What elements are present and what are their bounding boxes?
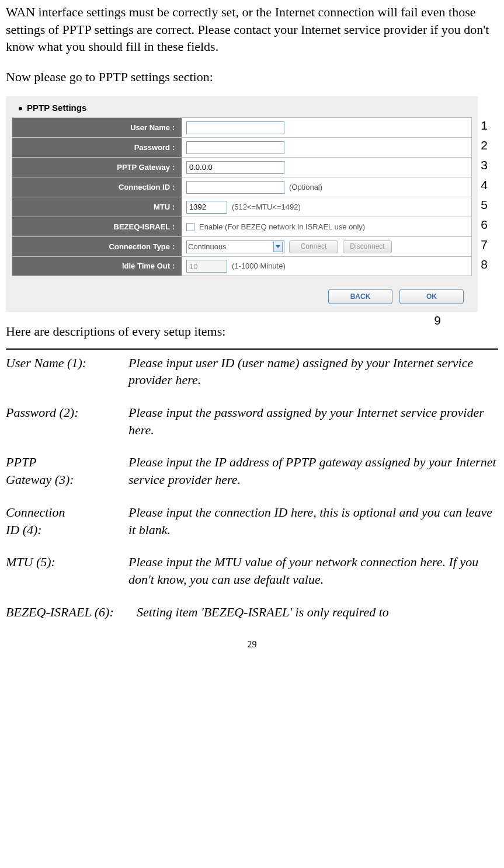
descriptions-lead: Here are descriptions of every setup ite… (6, 323, 498, 340)
label-gateway: PPTP Gateway : (12, 158, 182, 177)
figure-title-text: PPTP Settings (27, 103, 86, 113)
connid-hint: (Optional) (289, 182, 322, 193)
connid-input[interactable] (186, 181, 284, 194)
term-line1: Connection (6, 505, 65, 520)
username-input[interactable] (186, 121, 284, 134)
row-password: Password : (12, 137, 472, 157)
def-desc: Please input the password assigned by yo… (128, 404, 498, 438)
def-desc: Please input user ID (user name) assigne… (128, 354, 498, 389)
term-line2: Gateway (3): (6, 472, 74, 487)
callout-8: 8 (481, 256, 488, 273)
def-term: Password (2): (6, 404, 128, 438)
pptp-settings-figure: PPTP Settings User Name : Password : PPT… (6, 96, 498, 312)
disconnect-button[interactable]: Disconnect (343, 240, 392, 253)
intro-paragraph: WAN interface settings must be correctly… (6, 4, 498, 55)
mtu-input[interactable] (186, 201, 227, 214)
def-connid: Connection ID (4): Please input the conn… (6, 504, 498, 538)
row-connid: Connection ID : (Optional) (12, 177, 472, 197)
label-password: Password : (12, 138, 182, 157)
lead-paragraph: Now please go to PPTP settings section: (6, 68, 498, 86)
button-row: BACK OK (12, 276, 472, 308)
conntype-value: Continuous (188, 242, 227, 252)
row-idle: Idle Time Out : (1-1000 Minute) (12, 256, 472, 276)
back-button[interactable]: BACK (328, 289, 392, 304)
def-password: Password (2): Please input the password … (6, 404, 498, 438)
term-line1: PPTP (6, 455, 37, 469)
def-bezeq: BEZEQ-ISRAEL (6): Setting item 'BEZEQ-IS… (6, 604, 498, 621)
idle-input[interactable] (186, 260, 227, 273)
password-input[interactable] (186, 141, 284, 154)
idle-hint: (1-1000 Minute) (232, 261, 286, 271)
def-desc: Setting item 'BEZEQ-ISRAEL' is only requ… (137, 604, 498, 621)
def-desc: Please input the MTU value of your netwo… (128, 553, 498, 588)
label-bezeq: BEZEQ-ISRAEL : (12, 217, 182, 236)
callout-7: 7 (481, 236, 488, 253)
term-line2: ID (4): (6, 522, 42, 537)
def-term: BEZEQ-ISRAEL (6): (6, 604, 137, 621)
def-term: Connection ID (4): (6, 504, 128, 538)
page-number: 29 (6, 638, 498, 651)
label-username: User Name : (12, 118, 182, 137)
gateway-input[interactable] (186, 161, 284, 174)
row-conntype: Connection Type : Continuous Connect Dis… (12, 236, 472, 256)
chevron-down-icon (273, 242, 283, 252)
callout-3: 3 (481, 157, 488, 173)
divider (6, 348, 498, 350)
callout-1: 1 (481, 117, 488, 134)
def-term: User Name (1): (6, 354, 128, 389)
callout-9: 9 (434, 312, 441, 329)
form-area: User Name : Password : PPTP Gateway : Co… (12, 117, 472, 276)
row-bezeq: BEZEQ-ISRAEL : Enable (For BEZEQ network… (12, 217, 472, 236)
label-idle: Idle Time Out : (12, 257, 182, 276)
label-connid: Connection ID : (12, 177, 182, 197)
def-term: PPTP Gateway (3): (6, 454, 128, 488)
row-username: User Name : (12, 117, 472, 137)
label-mtu: MTU : (12, 197, 182, 217)
def-term: MTU (5): (6, 553, 128, 588)
row-gateway: PPTP Gateway : (12, 157, 472, 177)
figure-title: PPTP Settings (12, 100, 472, 117)
mtu-hint: (512<=MTU<=1492) (232, 202, 301, 212)
def-username: User Name (1): Please input user ID (use… (6, 354, 498, 389)
def-desc: Please input the connection ID here, thi… (128, 504, 498, 538)
label-conntype: Connection Type : (12, 237, 182, 256)
definitions-list: User Name (1): Please input user ID (use… (6, 354, 498, 621)
def-gateway: PPTP Gateway (3): Please input the IP ad… (6, 454, 498, 488)
ok-button[interactable]: OK (399, 289, 464, 304)
row-mtu: MTU : (512<=MTU<=1492) (12, 197, 472, 217)
def-mtu: MTU (5): Please input the MTU value of y… (6, 553, 498, 588)
connect-button[interactable]: Connect (289, 240, 338, 253)
conntype-select[interactable]: Continuous (186, 240, 284, 253)
callout-5: 5 (481, 197, 488, 213)
callout-6: 6 (481, 217, 488, 233)
def-desc: Please input the IP address of PPTP gate… (128, 454, 498, 488)
bezeq-checkbox[interactable] (186, 223, 194, 231)
callout-2: 2 (481, 137, 488, 154)
bezeq-hint: Enable (For BEZEQ network in ISRAEL use … (199, 222, 365, 232)
callout-4: 4 (481, 177, 488, 193)
